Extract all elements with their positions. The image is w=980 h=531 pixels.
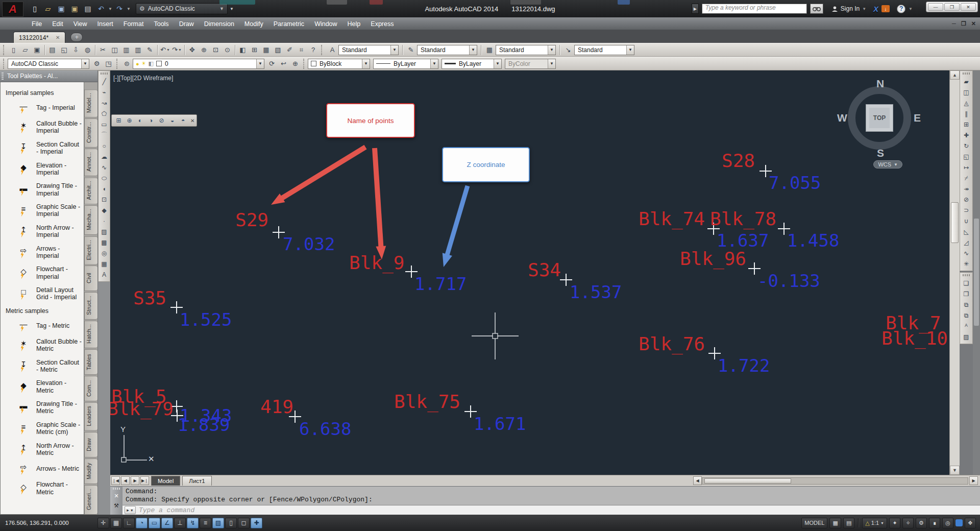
- orbit-icon[interactable]: ◐: [135, 116, 145, 125]
- palette-item[interactable]: ◆Elevation - Imperial: [16, 162, 82, 177]
- palette-tab-modify[interactable]: Modify: [84, 458, 97, 484]
- quick-properties-toggle[interactable]: ▯: [225, 518, 237, 528]
- pan-icon[interactable]: ⊞: [114, 116, 124, 125]
- scroll-up-icon[interactable]: ▲: [950, 70, 960, 80]
- palette-item[interactable]: ↥North Arrow - Imperial: [16, 224, 82, 239]
- insert-block-icon[interactable]: ⊡: [99, 194, 110, 205]
- palette-item[interactable]: ↧Section Callout - Metric: [16, 359, 82, 374]
- exchange-apps-icon[interactable]: X: [873, 5, 878, 13]
- save-workspace-icon[interactable]: ◳: [103, 58, 114, 69]
- doc-minimize-button[interactable]: ─: [952, 20, 956, 27]
- polygon-icon[interactable]: ⬠: [99, 108, 110, 119]
- menu-dimension[interactable]: Dimension: [199, 19, 239, 29]
- snap-toggle[interactable]: ✛: [97, 518, 109, 528]
- layer-combo[interactable]: ●☀◧ 0 ▼: [133, 59, 264, 69]
- workspace-gear-icon[interactable]: ⚙: [916, 518, 927, 528]
- palette-item[interactable]: ⇨Arrows - Imperial: [16, 245, 82, 260]
- scroll-left-icon[interactable]: ◀: [693, 476, 702, 485]
- text-style-combo[interactable]: AStandard▼: [328, 45, 399, 55]
- 3ddwf-icon[interactable]: ◍: [82, 44, 93, 56]
- layer-states-icon[interactable]: ⟳: [266, 58, 278, 69]
- publish-icon[interactable]: ⇩: [70, 44, 82, 56]
- layer-isolate-icon[interactable]: ⊕: [289, 58, 301, 69]
- fillet-icon[interactable]: ◿: [961, 237, 972, 248]
- menu-parametric[interactable]: Parametric: [268, 19, 309, 29]
- table-style-combo[interactable]: ▦Standard▼: [485, 45, 556, 55]
- ortho-toggle[interactable]: ∟: [123, 518, 135, 528]
- transparency-toggle[interactable]: ▨: [212, 518, 224, 528]
- tool-palettes-icon[interactable]: ▦: [260, 44, 272, 56]
- menu-help[interactable]: Help: [342, 19, 366, 29]
- otrack-toggle[interactable]: ∠: [161, 518, 173, 528]
- vertical-scroll-thumb[interactable]: [951, 202, 959, 243]
- polar-toggle[interactable]: ◔: [136, 518, 148, 528]
- new-file-icon[interactable]: ▯: [29, 3, 41, 14]
- pan-icon[interactable]: ✥: [186, 44, 198, 56]
- arc-icon[interactable]: ⌒: [99, 130, 110, 140]
- bring-to-front-icon[interactable]: ❏: [961, 278, 972, 288]
- palette-item[interactable]: ⇨Arrows - Metric: [16, 463, 82, 475]
- send-under-icon[interactable]: ⧉: [961, 310, 972, 321]
- layout-list-icon[interactable]: ▤: [843, 518, 854, 528]
- menu-format[interactable]: Format: [118, 19, 149, 29]
- viewcube-north[interactable]: N: [876, 78, 884, 90]
- undo-icon[interactable]: ↶: [95, 3, 107, 14]
- search-input[interactable]: Type a keyword or phrase: [702, 4, 807, 14]
- workspace-dropdown[interactable]: ⚙ AutoCAD Classic ▼: [136, 3, 228, 14]
- offset-icon[interactable]: ∥: [961, 108, 972, 119]
- trim-icon[interactable]: ⌿: [961, 173, 972, 183]
- free-orbit-icon[interactable]: ◑: [146, 116, 156, 125]
- send-to-back-icon[interactable]: ❐: [961, 288, 972, 299]
- palette-tab-model[interactable]: Model...: [84, 89, 97, 117]
- layer-previous-icon[interactable]: ↩: [278, 58, 289, 69]
- quickcalc-icon[interactable]: ⌗: [296, 44, 307, 56]
- open-icon[interactable]: ▱: [19, 44, 31, 56]
- palette-item[interactable]: ◆Elevation - Metric: [16, 379, 82, 394]
- annotation-scale-button[interactable]: △1:1▼: [862, 518, 887, 528]
- chevron-down-icon[interactable]: ▼: [469, 45, 477, 55]
- join-icon[interactable]: ∪: [961, 215, 972, 226]
- model-space-canvas[interactable]: [-][Top][2D Wireframe] ⊞⊕◐◑⊘◒◓✕ N W E S …: [110, 70, 949, 475]
- workspace-settings-icon[interactable]: ⚙: [91, 58, 103, 69]
- explode-icon[interactable]: ✳: [961, 258, 972, 269]
- coordinates-readout[interactable]: 176.506, 136.291, 0.000: [0, 520, 97, 526]
- palette-tab-mecha[interactable]: Mecha...: [84, 205, 97, 235]
- plot-icon[interactable]: ▤: [46, 44, 58, 56]
- paste-icon[interactable]: ▥: [120, 44, 132, 56]
- annotation-monitor-toggle[interactable]: ✚: [251, 518, 262, 528]
- selection-cycling-toggle[interactable]: ◻: [238, 518, 250, 528]
- multiline-text-icon[interactable]: A: [99, 269, 110, 280]
- match-properties-icon[interactable]: ✎: [144, 44, 156, 56]
- canvas-vertical-scrollbar[interactable]: ▲ ▼: [949, 70, 960, 475]
- grid-toggle[interactable]: ▦: [110, 518, 122, 528]
- command-tools-icon[interactable]: ⚒: [114, 502, 119, 509]
- layout-nav-icon-0[interactable]: ❘◀: [111, 476, 120, 485]
- new-icon[interactable]: ▯: [8, 44, 19, 56]
- polyline-icon[interactable]: ↝: [99, 98, 110, 108]
- circle-icon[interactable]: ○: [99, 140, 110, 151]
- layout-nav-icon-1[interactable]: ◀: [121, 476, 130, 485]
- gradient-icon[interactable]: ▩: [99, 237, 110, 248]
- layout-tab-лист1[interactable]: Лист1: [182, 476, 211, 486]
- move-icon[interactable]: ✚: [961, 130, 972, 140]
- chevron-down-icon[interactable]: ▼: [548, 45, 555, 55]
- properties-icon[interactable]: ◧: [237, 44, 249, 56]
- undo-icon[interactable]: ↶▼: [159, 44, 171, 56]
- osnap-toggle[interactable]: ▭: [149, 518, 160, 528]
- plot-preview-icon[interactable]: ◱: [58, 44, 70, 56]
- layout-tab-model[interactable]: Model: [151, 476, 180, 486]
- annotation-autoscale-icon[interactable]: ✧: [902, 518, 914, 528]
- viewcube-west[interactable]: W: [837, 112, 847, 124]
- command-input[interactable]: Type a command: [139, 506, 194, 514]
- menu-edit[interactable]: Edit: [47, 19, 68, 29]
- palette-tab-leaders[interactable]: Leaders: [84, 402, 97, 431]
- scale-icon[interactable]: ◱: [961, 151, 972, 162]
- color-combo[interactable]: ByBlock▼: [308, 59, 370, 69]
- redo-icon[interactable]: ↷▼: [171, 44, 183, 56]
- layer-properties-icon[interactable]: ⊜: [121, 58, 133, 69]
- chevron-down-icon[interactable]: ▼: [390, 45, 398, 55]
- continuous-orbit-icon[interactable]: ⊘: [157, 116, 166, 125]
- palette-tab-struct[interactable]: Struct...: [84, 292, 97, 320]
- rotate-icon[interactable]: ↻: [961, 140, 972, 151]
- tab-close-icon[interactable]: ✕: [56, 35, 60, 40]
